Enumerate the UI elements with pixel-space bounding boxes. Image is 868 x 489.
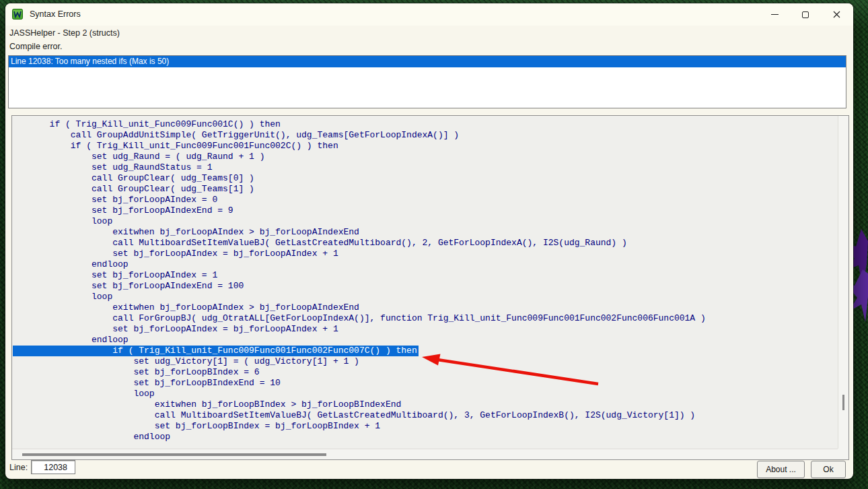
code-line: set udg_Victory[1] = ( udg_Victory[1] + … [13,356,837,367]
code-line: set bj_forLoopAIndex = bj_forLoopAIndex … [13,324,837,335]
maximize-icon [802,11,809,18]
code-line: set udg_Raund = ( udg_Raund + 1 ) [13,152,837,162]
minimize-button[interactable] [759,4,790,25]
code-line: set udg_RaundStatus = 1 [13,162,837,173]
code-line: exitwhen bj_forLoopBIndex > bj_forLoopBI… [13,399,837,410]
code-line: set bj_forLoopBIndex = 6 [13,367,837,378]
code-line: call GroupClear( udg_Teams[1] ) [13,184,837,195]
code-line: loop [13,389,837,399]
code-line: set bj_forLoopAIndexEnd = 9 [13,205,837,216]
code-line: set bj_forLoopAIndex = bj_forLoopAIndex … [13,249,837,259]
code-line: call GroupClear( udg_Teams[0] ) [13,173,837,184]
about-button[interactable]: About ... [757,461,805,478]
code-line: if ( Trig_Kill_unit_Func009Func001C() ) … [13,119,837,130]
code-line: set bj_forLoopBIndexEnd = 10 [13,378,837,389]
code-line: set bj_forLoopAIndex = 1 [13,270,837,281]
code-line: endloop [13,335,837,346]
code-line: set bj_forLoopAIndexEnd = 100 [13,281,837,292]
minimize-icon [771,14,779,15]
code-line: loop [13,292,837,302]
code-line: call MultiboardSetItemValueBJ( GetLastCr… [13,410,837,421]
code-line: call MultiboardSetItemValueBJ( GetLastCr… [13,238,837,249]
code-line: exitwhen bj_forLoopAIndex > bj_forLoopAI… [13,227,837,238]
code-line: set bj_forLoopAIndex = 0 [13,195,837,205]
code-content[interactable]: if ( Trig_Kill_unit_Func009Func001C() ) … [13,116,837,448]
maximize-button[interactable] [790,4,821,25]
vertical-scrollbar[interactable] [838,116,848,449]
close-icon [833,11,840,18]
code-line: endloop [13,432,837,443]
compile-status-label: Compile error. [9,42,63,51]
code-line: call ForGroupBJ( udg_OtratALL[GetForLoop… [13,313,837,324]
ok-button[interactable]: Ok [811,461,846,478]
code-panel: if ( Trig_Kill_unit_Func009Func001C() ) … [11,115,849,460]
line-number-input[interactable] [31,460,75,474]
error-list-item[interactable]: Line 12038: Too many nested ifs (Max is … [9,56,846,67]
close-button[interactable] [821,4,852,25]
scrollbar-corner [838,449,848,459]
horizontal-scrollbar-thumb[interactable] [22,453,326,456]
compiler-step-label: JASSHelper - Step 2 (structs) [9,28,120,38]
jasshelper-app-icon [12,9,23,20]
code-line: endloop [13,259,837,270]
code-line: if ( Trig_Kill_unit_Func009Func001Func00… [13,141,837,152]
code-line: exitwhen bj_forLoopAIndex > bj_forLoopAI… [13,302,837,313]
horizontal-scrollbar[interactable] [12,449,838,459]
vertical-scrollbar-thumb[interactable] [842,395,844,410]
line-number-label: Line: [9,463,28,472]
title-bar[interactable]: Syntax Errors [5,3,853,26]
code-line: call GroupAddUnitSimple( GetTriggerUnit(… [13,130,837,141]
code-line: loop [13,216,837,227]
window-title: Syntax Errors [30,3,81,26]
syntax-errors-window: Syntax Errors JASSHelper - Step 2 (struc… [5,3,853,479]
error-list[interactable]: Line 12038: Too many nested ifs (Max is … [8,55,846,108]
code-line: set bj_forLoopBIndex = bj_forLoopBIndex … [13,421,837,432]
code-line-highlighted: if ( Trig_Kill_unit_Func009Func001Func00… [13,346,419,356]
